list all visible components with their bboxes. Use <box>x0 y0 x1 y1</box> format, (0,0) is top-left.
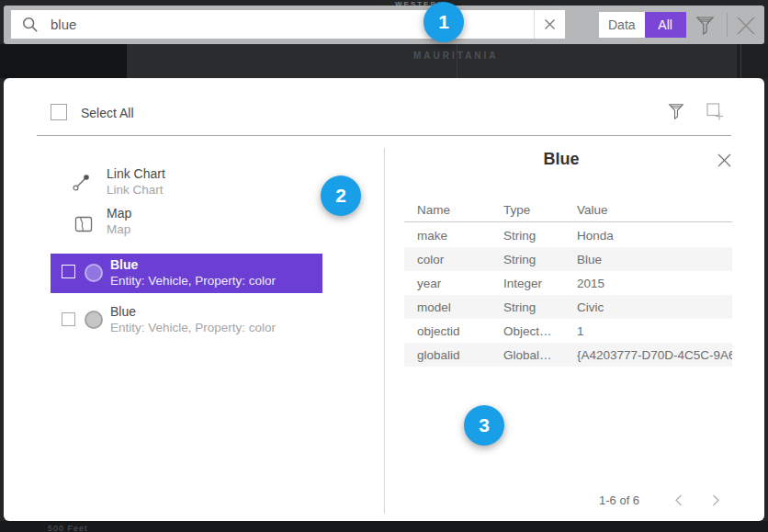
table-divider <box>404 221 732 222</box>
cell-name: objectid <box>417 324 503 338</box>
table-row: year Integer 2015 <box>404 271 732 295</box>
column-header: Type <box>503 203 577 217</box>
cell-name: globalid <box>417 348 503 362</box>
cell-value: Civic <box>577 300 732 314</box>
entity-circle-icon <box>85 264 103 282</box>
map-border-line <box>457 44 457 78</box>
cell-value: Blue <box>577 253 732 266</box>
filter-icon[interactable] <box>695 15 715 40</box>
search-results-panel: Select All Link Chart Link Chart <box>4 78 764 521</box>
table-row: objectid Object… 1 <box>404 319 732 343</box>
annotation-badge-2: 2 <box>321 175 361 216</box>
search-box <box>11 10 565 39</box>
cell-type: Integer <box>503 277 577 290</box>
detail-title: Blue <box>384 150 739 169</box>
previous-page-icon[interactable] <box>673 493 684 511</box>
toolbar-divider <box>727 13 728 37</box>
cell-name: color <box>417 253 503 266</box>
close-search-icon[interactable] <box>734 14 758 41</box>
cell-name: model <box>417 300 503 314</box>
search-toolbar: Data All <box>4 6 764 44</box>
add-to-selection-icon[interactable] <box>706 102 724 124</box>
scope-toggle: Data All <box>599 12 686 38</box>
cell-type: String <box>503 229 577 243</box>
toggle-data[interactable]: Data <box>599 12 645 38</box>
result-checkbox[interactable] <box>62 312 75 326</box>
cell-type: Object… <box>503 324 577 338</box>
result-subtitle: Map <box>107 221 309 237</box>
cell-name: make <box>417 229 503 243</box>
table-row: globalid Global… {A4203777-D70D-4C5C-9A6… <box>404 343 732 367</box>
result-title: Blue <box>110 257 317 273</box>
next-page-icon[interactable] <box>710 493 721 511</box>
table-row: make String Honda <box>404 223 732 247</box>
result-item-blue-selected[interactable]: Blue Entity: Vehicle, Property: color <box>51 254 322 293</box>
close-detail-icon[interactable] <box>717 153 732 172</box>
panel-divider <box>37 135 731 136</box>
annotation-badge-3: 3 <box>464 405 504 446</box>
result-item-blue[interactable]: Blue Entity: Vehicle, Property: color <box>51 303 322 343</box>
map-landmass <box>0 44 127 78</box>
cell-type: Global… <box>503 348 577 362</box>
cell-type: String <box>503 253 577 266</box>
cell-value: {A4203777-D70D-4C5C-9A65-C… <box>577 348 732 362</box>
table-row: model String Civic <box>404 295 732 319</box>
link-chart-icon <box>72 172 92 192</box>
list-detail-divider <box>384 148 385 514</box>
cell-name: year <box>417 277 503 290</box>
result-title: Blue <box>110 304 317 320</box>
cell-value: Honda <box>577 229 732 243</box>
map-scale-label: 500 Feet <box>48 524 88 532</box>
column-header: Value <box>577 203 732 217</box>
toggle-all[interactable]: All <box>645 12 686 38</box>
close-icon <box>544 18 556 30</box>
map-label-mauritania: MAURITANIA <box>413 51 499 61</box>
result-title: Map <box>107 206 309 221</box>
cell-type: String <box>503 300 577 314</box>
result-subtitle: Entity: Vehicle, Property: color <box>110 273 317 289</box>
search-icon <box>22 17 39 33</box>
annotation-badge-1: 1 <box>424 2 464 42</box>
map-icon <box>74 215 93 233</box>
filter-icon[interactable] <box>668 102 684 124</box>
select-all-checkbox[interactable] <box>51 104 67 120</box>
select-all-label: Select All <box>81 106 134 120</box>
map-landmass <box>737 44 768 78</box>
clear-search-button[interactable] <box>534 10 565 39</box>
table-header-row: Name Type Value <box>404 198 732 221</box>
app-window: WESTERN MAURITANIA 500 Feet Data All <box>0 0 768 532</box>
table-row: color String Blue <box>404 247 732 271</box>
map-background-bottom: 500 Feet <box>0 521 768 532</box>
result-title: Link Chart <box>107 166 309 182</box>
cell-value: 2015 <box>577 277 732 290</box>
map-border-line <box>740 44 741 78</box>
pagination-label: 1-6 of 6 <box>599 493 639 507</box>
column-header: Name <box>417 203 503 217</box>
result-checkbox[interactable] <box>62 265 75 278</box>
cell-value: 1 <box>577 324 732 338</box>
map-background: MAURITANIA <box>0 44 768 78</box>
attribute-table: Name Type Value make String Honda color … <box>404 198 732 367</box>
result-subtitle: Link Chart <box>107 182 309 198</box>
result-subtitle: Entity: Vehicle, Property: color <box>110 320 317 335</box>
entity-circle-icon <box>85 311 103 329</box>
